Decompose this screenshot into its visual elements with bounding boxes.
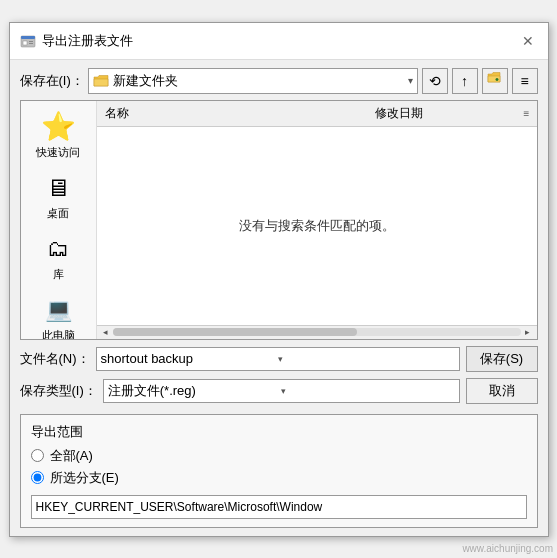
toolbar-row: 保存在(I)： 新建文件夹 ▾ ⟲ ↑ [20,68,538,94]
dialog-body: 保存在(I)： 新建文件夹 ▾ ⟲ ↑ [10,60,548,536]
svg-rect-1 [21,36,35,39]
star-icon: ⭐ [41,110,76,143]
cancel-button[interactable]: 取消 [466,378,538,404]
location-text: 新建文件夹 [113,72,178,90]
filename-label: 文件名(N)： [20,350,90,368]
filetype-combo[interactable]: 注册文件(*.reg) ▾ [103,379,460,403]
folder-icon [93,75,109,87]
filetype-row: 保存类型(I)： 注册文件(*.reg) ▾ 取消 [20,378,538,404]
right-file-panel: 名称 修改日期 ≡ 没有与搜索条件匹配的项。 ◂ ▸ [97,101,537,339]
radio-all-row: 全部(A) [31,447,527,465]
scrollbar-track[interactable] [113,328,521,336]
content-area: ⭐ 快速访问 🖥 桌面 🗂 库 [20,100,538,340]
desktop-icon-container: 🖥 [42,172,74,204]
filetype-label: 保存类型(I)： [20,382,97,400]
quick-access-label: 快速访问 [36,145,80,160]
column-header: 名称 修改日期 ≡ [97,101,537,127]
radio-all-label[interactable]: 全部(A) [50,447,93,465]
this-pc-label: 此电脑 [42,328,75,339]
watermark: www.aichunjing.com [462,543,553,554]
col-date-header[interactable]: 修改日期 [367,103,517,124]
desktop-icon: 🖥 [46,174,70,202]
nav-item-this-pc[interactable]: 💻 此电脑 [23,290,93,339]
export-range-section: 导出范围 全部(A) 所选分支(E) [20,414,538,528]
nav-item-library[interactable]: 🗂 库 [23,229,93,286]
desktop-label: 桌面 [47,206,69,221]
title-bar: 导出注册表文件 ✕ [10,23,548,60]
filename-value: shortout backup [101,351,278,366]
svg-rect-4 [29,43,33,44]
dialog-title: 导出注册表文件 [42,32,518,50]
filetype-combo-arrow: ▾ [281,386,454,396]
back-icon: ⟲ [429,73,441,89]
combo-arrow-icon: ▾ [408,75,413,86]
export-registry-dialog: 导出注册表文件 ✕ 保存在(I)： 新建文件夹 ▾ ⟲ [9,22,549,537]
nav-item-desktop[interactable]: 🖥 桌面 [23,168,93,225]
col-more-header[interactable]: ≡ [517,103,537,124]
close-button[interactable]: ✕ [518,31,538,51]
nav-item-quick-access[interactable]: ⭐ 快速访问 [23,107,93,164]
location-combo[interactable]: 新建文件夹 ▾ [88,68,418,94]
radio-all[interactable] [31,449,44,462]
filename-row: 文件名(N)： shortout backup ▾ 保存(S) [20,346,538,372]
scrollbar-thumb [113,328,358,336]
back-button[interactable]: ⟲ [422,68,448,94]
up-button[interactable]: ↑ [452,68,478,94]
save-button[interactable]: 保存(S) [466,346,538,372]
svg-rect-2 [23,41,27,45]
filename-combo-arrow: ▾ [278,354,455,364]
library-label: 库 [53,267,64,282]
library-icon: 🗂 [47,236,69,262]
up-icon: ↑ [461,73,468,89]
new-folder-button[interactable] [482,68,508,94]
horizontal-scrollbar[interactable]: ◂ ▸ [97,325,537,339]
radio-branch-row: 所选分支(E) [31,469,527,487]
radio-branch[interactable] [31,471,44,484]
quick-access-icon: ⭐ [42,111,74,143]
col-name-header[interactable]: 名称 [97,103,367,124]
save-in-label: 保存在(I)： [20,72,84,90]
dialog-icon [20,33,36,49]
filename-combo[interactable]: shortout backup ▾ [96,347,460,371]
more-icon: ≡ [524,108,530,119]
scroll-left-btn[interactable]: ◂ [99,325,113,339]
library-icon-container: 🗂 [42,233,74,265]
empty-message: 没有与搜索条件匹配的项。 [239,217,395,235]
left-nav-panel: ⭐ 快速访问 🖥 桌面 🗂 库 [21,101,97,339]
computer-icon: 💻 [45,297,72,323]
file-list: 没有与搜索条件匹配的项。 [97,127,537,325]
export-range-title: 导出范围 [31,423,527,441]
view-button[interactable]: ≡ [512,68,538,94]
new-folder-icon [487,72,503,89]
this-pc-icon-container: 💻 [42,294,74,326]
export-path-input[interactable] [31,495,527,519]
view-icon: ≡ [520,73,528,89]
radio-branch-label[interactable]: 所选分支(E) [50,469,119,487]
filetype-value: 注册文件(*.reg) [108,382,281,400]
scroll-right-btn[interactable]: ▸ [521,325,535,339]
svg-rect-3 [29,41,33,42]
